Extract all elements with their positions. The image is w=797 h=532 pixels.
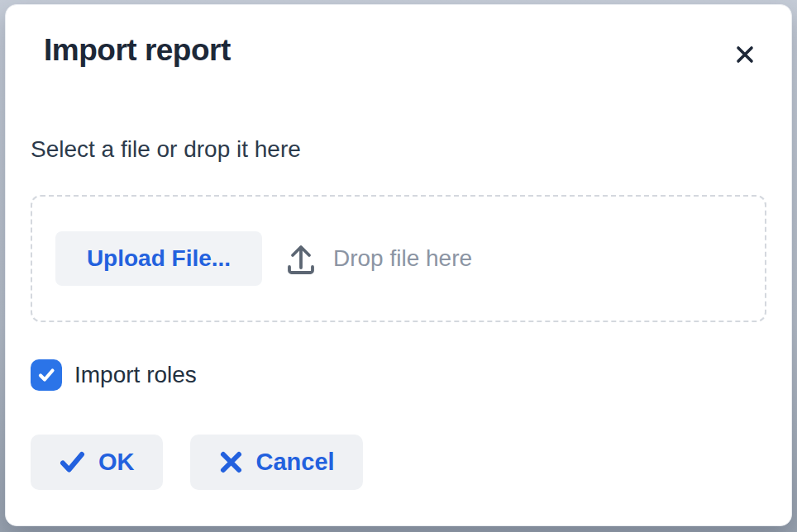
close-icon	[734, 44, 756, 65]
import-report-dialog: Import report Select a file or drop it h…	[5, 4, 792, 526]
cancel-button-label: Cancel	[256, 449, 335, 476]
close-button[interactable]	[728, 38, 761, 71]
x-cross-icon	[218, 449, 244, 475]
checkmark-icon	[59, 450, 86, 474]
dialog-footer: OK Cancel	[6, 435, 791, 490]
file-dropzone[interactable]: Upload File... Drop file here	[31, 195, 766, 322]
drop-hint-text: Drop file here	[333, 245, 472, 272]
dialog-body: Select a file or drop it here Upload Fil…	[6, 135, 791, 391]
import-roles-checkbox[interactable]	[31, 359, 62, 391]
ok-button[interactable]: OK	[31, 435, 163, 490]
dialog-title: Import report	[44, 31, 758, 69]
dialog-header: Import report	[6, 5, 791, 69]
import-roles-label: Import roles	[74, 362, 197, 388]
upload-file-button[interactable]: Upload File...	[55, 231, 262, 286]
cancel-button[interactable]: Cancel	[190, 435, 363, 490]
upload-icon	[285, 240, 317, 277]
import-roles-checkbox-row[interactable]: Import roles	[31, 359, 766, 391]
checkbox-checkmark-icon	[36, 364, 57, 386]
instruction-text: Select a file or drop it here	[31, 135, 766, 164]
ok-button-label: OK	[98, 449, 135, 476]
